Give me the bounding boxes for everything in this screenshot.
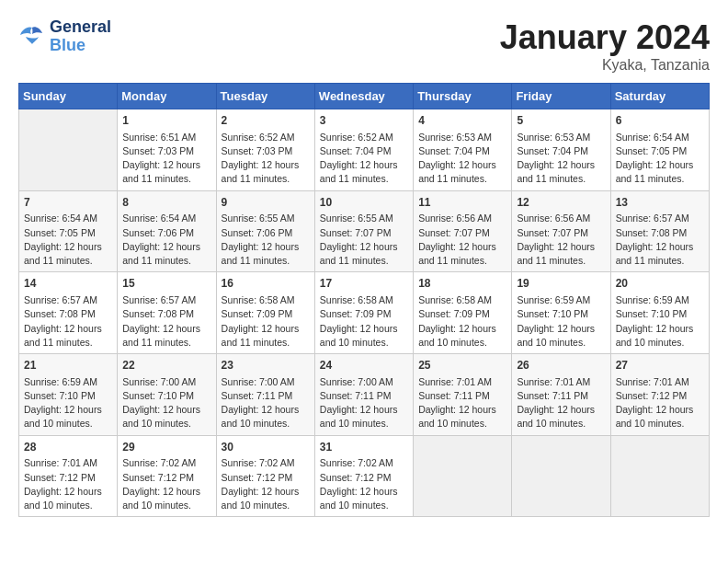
day-info: Sunrise: 6:53 AMSunset: 7:04 PMDaylight:… <box>517 131 605 187</box>
calendar-cell <box>512 435 610 517</box>
calendar-cell <box>19 109 118 191</box>
day-info: Sunrise: 6:58 AMSunset: 7:09 PMDaylight:… <box>222 293 310 350</box>
calendar-cell: 3Sunrise: 6:52 AMSunset: 7:04 PMDaylight… <box>314 109 413 191</box>
calendar-cell: 11Sunrise: 6:56 AMSunset: 7:07 PMDayligh… <box>414 190 512 272</box>
day-number: 18 <box>418 276 506 292</box>
calendar-body: 1Sunrise: 6:51 AMSunset: 7:03 PMDaylight… <box>19 109 710 517</box>
day-number: 16 <box>222 276 310 292</box>
day-number: 17 <box>320 276 408 292</box>
day-info: Sunrise: 6:53 AMSunset: 7:04 PMDaylight:… <box>418 131 506 187</box>
location-subtitle: Kyaka, Tanzania <box>500 57 710 74</box>
calendar-cell: 22Sunrise: 7:00 AMSunset: 7:10 PMDayligh… <box>118 354 216 436</box>
day-number: 24 <box>320 358 408 373</box>
day-info: Sunrise: 7:01 AMSunset: 7:11 PMDaylight:… <box>418 375 506 431</box>
day-info: Sunrise: 6:56 AMSunset: 7:07 PMDaylight:… <box>517 212 605 268</box>
col-tuesday: Tuesday <box>216 84 314 109</box>
day-info: Sunrise: 6:55 AMSunset: 7:06 PMDaylight:… <box>222 212 310 268</box>
calendar-cell: 2Sunrise: 6:52 AMSunset: 7:03 PMDaylight… <box>216 109 314 191</box>
calendar-cell: 10Sunrise: 6:55 AMSunset: 7:07 PMDayligh… <box>314 190 413 272</box>
day-info: Sunrise: 6:57 AMSunset: 7:08 PMDaylight:… <box>24 293 112 350</box>
calendar-week-row: 1Sunrise: 6:51 AMSunset: 7:03 PMDaylight… <box>19 109 710 191</box>
col-thursday: Thursday <box>414 84 512 109</box>
page-header: General Blue January 2024 Kyaka, Tanzani… <box>18 18 710 74</box>
day-info: Sunrise: 7:02 AMSunset: 7:12 PMDaylight:… <box>122 456 210 512</box>
day-info: Sunrise: 6:55 AMSunset: 7:07 PMDaylight:… <box>320 212 408 268</box>
calendar-cell <box>610 435 709 517</box>
day-info: Sunrise: 6:56 AMSunset: 7:07 PMDaylight:… <box>418 212 506 268</box>
day-info: Sunrise: 6:58 AMSunset: 7:09 PMDaylight:… <box>418 293 506 350</box>
calendar-table: Sunday Monday Tuesday Wednesday Thursday… <box>18 83 710 517</box>
calendar-cell: 7Sunrise: 6:54 AMSunset: 7:05 PMDaylight… <box>19 190 118 272</box>
day-info: Sunrise: 6:57 AMSunset: 7:08 PMDaylight:… <box>122 293 210 350</box>
calendar-cell: 28Sunrise: 7:01 AMSunset: 7:12 PMDayligh… <box>19 435 118 517</box>
calendar-header: Sunday Monday Tuesday Wednesday Thursday… <box>19 84 710 109</box>
day-info: Sunrise: 6:52 AMSunset: 7:04 PMDaylight:… <box>320 131 408 187</box>
day-info: Sunrise: 6:51 AMSunset: 7:03 PMDaylight:… <box>122 131 210 187</box>
day-info: Sunrise: 7:01 AMSunset: 7:11 PMDaylight:… <box>517 375 605 431</box>
header-row: Sunday Monday Tuesday Wednesday Thursday… <box>19 84 710 109</box>
day-number: 22 <box>122 358 210 373</box>
calendar-cell: 5Sunrise: 6:53 AMSunset: 7:04 PMDaylight… <box>512 109 610 191</box>
day-number: 3 <box>320 113 408 129</box>
calendar-cell: 15Sunrise: 6:57 AMSunset: 7:08 PMDayligh… <box>118 272 216 354</box>
calendar-cell: 18Sunrise: 6:58 AMSunset: 7:09 PMDayligh… <box>414 272 512 354</box>
day-info: Sunrise: 7:02 AMSunset: 7:12 PMDaylight:… <box>222 456 310 512</box>
calendar-cell: 20Sunrise: 6:59 AMSunset: 7:10 PMDayligh… <box>610 272 709 354</box>
col-saturday: Saturday <box>610 84 709 109</box>
day-info: Sunrise: 6:59 AMSunset: 7:10 PMDaylight:… <box>24 375 112 431</box>
calendar-cell: 25Sunrise: 7:01 AMSunset: 7:11 PMDayligh… <box>414 354 512 436</box>
day-number: 31 <box>320 440 408 455</box>
day-info: Sunrise: 6:57 AMSunset: 7:08 PMDaylight:… <box>616 212 704 268</box>
calendar-cell: 21Sunrise: 6:59 AMSunset: 7:10 PMDayligh… <box>19 354 118 436</box>
logo-text-blue: Blue <box>50 37 111 55</box>
logo: General Blue <box>18 18 111 55</box>
month-year-title: January 2024 <box>500 18 710 57</box>
title-block: January 2024 Kyaka, Tanzania <box>500 18 710 74</box>
day-info: Sunrise: 7:02 AMSunset: 7:12 PMDaylight:… <box>320 456 408 512</box>
day-info: Sunrise: 7:00 AMSunset: 7:11 PMDaylight:… <box>320 375 408 431</box>
calendar-cell: 16Sunrise: 6:58 AMSunset: 7:09 PMDayligh… <box>216 272 314 354</box>
day-number: 4 <box>418 113 506 129</box>
day-number: 23 <box>222 358 310 373</box>
day-number: 2 <box>222 113 310 129</box>
calendar-week-row: 14Sunrise: 6:57 AMSunset: 7:08 PMDayligh… <box>19 272 710 354</box>
day-number: 14 <box>24 276 112 292</box>
col-monday: Monday <box>118 84 216 109</box>
calendar-cell: 23Sunrise: 7:00 AMSunset: 7:11 PMDayligh… <box>216 354 314 436</box>
day-info: Sunrise: 6:54 AMSunset: 7:05 PMDaylight:… <box>24 212 112 268</box>
day-number: 12 <box>517 195 605 211</box>
calendar-cell: 4Sunrise: 6:53 AMSunset: 7:04 PMDaylight… <box>414 109 512 191</box>
day-number: 9 <box>222 195 310 211</box>
calendar-cell: 30Sunrise: 7:02 AMSunset: 7:12 PMDayligh… <box>216 435 314 517</box>
day-info: Sunrise: 6:58 AMSunset: 7:09 PMDaylight:… <box>320 293 408 350</box>
calendar-cell: 29Sunrise: 7:02 AMSunset: 7:12 PMDayligh… <box>118 435 216 517</box>
col-wednesday: Wednesday <box>314 84 413 109</box>
calendar-cell: 1Sunrise: 6:51 AMSunset: 7:03 PMDaylight… <box>118 109 216 191</box>
logo-text-general: General <box>50 18 111 37</box>
col-sunday: Sunday <box>19 84 118 109</box>
day-number: 6 <box>616 113 704 129</box>
day-info: Sunrise: 7:01 AMSunset: 7:12 PMDaylight:… <box>24 456 112 512</box>
day-number: 13 <box>616 195 704 211</box>
day-info: Sunrise: 6:54 AMSunset: 7:05 PMDaylight:… <box>616 131 704 187</box>
calendar-cell: 19Sunrise: 6:59 AMSunset: 7:10 PMDayligh… <box>512 272 610 354</box>
day-number: 1 <box>122 113 210 129</box>
day-number: 8 <box>122 195 210 211</box>
calendar-cell: 8Sunrise: 6:54 AMSunset: 7:06 PMDaylight… <box>118 190 216 272</box>
col-friday: Friday <box>512 84 610 109</box>
day-number: 28 <box>24 440 112 455</box>
calendar-cell: 14Sunrise: 6:57 AMSunset: 7:08 PMDayligh… <box>19 272 118 354</box>
day-number: 5 <box>517 113 605 129</box>
calendar-cell: 9Sunrise: 6:55 AMSunset: 7:06 PMDaylight… <box>216 190 314 272</box>
day-number: 10 <box>320 195 408 211</box>
calendar-cell: 6Sunrise: 6:54 AMSunset: 7:05 PMDaylight… <box>610 109 709 191</box>
day-number: 20 <box>616 276 704 292</box>
day-number: 26 <box>517 358 605 373</box>
calendar-cell: 13Sunrise: 6:57 AMSunset: 7:08 PMDayligh… <box>610 190 709 272</box>
day-number: 27 <box>616 358 704 373</box>
calendar-cell <box>414 435 512 517</box>
calendar-week-row: 21Sunrise: 6:59 AMSunset: 7:10 PMDayligh… <box>19 354 710 436</box>
calendar-cell: 31Sunrise: 7:02 AMSunset: 7:12 PMDayligh… <box>314 435 413 517</box>
day-number: 30 <box>222 440 310 455</box>
day-info: Sunrise: 7:00 AMSunset: 7:11 PMDaylight:… <box>222 375 310 431</box>
